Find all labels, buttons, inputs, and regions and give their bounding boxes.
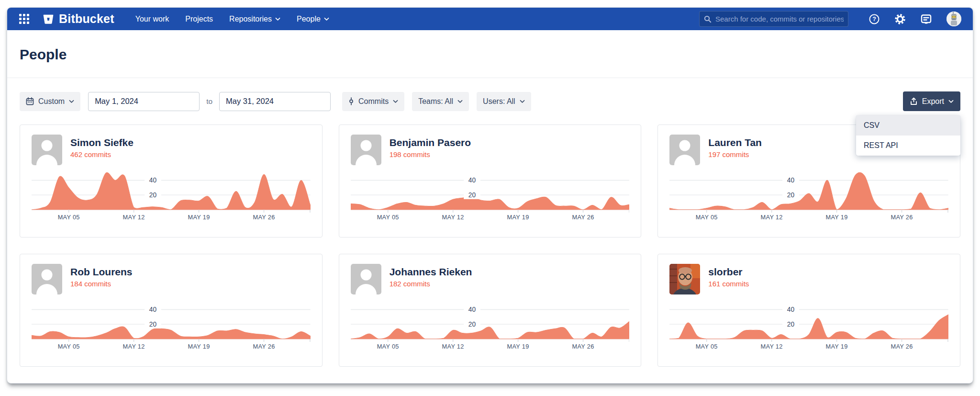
svg-text:40: 40 <box>468 306 476 313</box>
help-icon[interactable]: ? <box>869 13 880 25</box>
person-name: Benjamin Pasero <box>390 137 471 148</box>
people-cards-grid: Simon Siefke 462 commits 4020MAY 05MAY 1… <box>20 124 960 367</box>
svg-text:MAY 12: MAY 12 <box>442 214 464 221</box>
chevron-down-icon <box>324 17 329 21</box>
svg-text:MAY 26: MAY 26 <box>891 343 913 350</box>
svg-text:MAY 12: MAY 12 <box>761 343 783 350</box>
person-card-link[interactable]: Simon Siefke 462 commits <box>32 135 311 165</box>
svg-text:MAY 05: MAY 05 <box>696 343 718 350</box>
export-menu-item-csv[interactable]: CSV <box>856 115 960 136</box>
person-commit-count: 462 commits <box>70 150 134 158</box>
commit-activity-chart: 4020MAY 05MAY 12MAY 19MAY 26 <box>351 170 630 222</box>
person-name: slorber <box>708 266 749 278</box>
svg-text:20: 20 <box>149 321 157 328</box>
chevron-down-icon <box>275 17 280 21</box>
person-card: Benjamin Pasero 198 commits 4020MAY 05MA… <box>339 124 642 238</box>
user-avatar[interactable] <box>947 11 961 26</box>
svg-text:MAY 19: MAY 19 <box>188 343 210 350</box>
commit-activity-chart: 4020MAY 05MAY 12MAY 19MAY 26 <box>351 299 630 351</box>
svg-text:MAY 19: MAY 19 <box>507 343 529 350</box>
svg-text:MAY 26: MAY 26 <box>253 214 275 221</box>
svg-text:MAY 26: MAY 26 <box>253 343 275 350</box>
svg-text:MAY 19: MAY 19 <box>826 214 848 221</box>
person-commit-count: 197 commits <box>708 150 762 158</box>
nav-item-your-work[interactable]: Your work <box>135 15 169 23</box>
export-upload-icon <box>910 97 918 106</box>
person-commit-count: 161 commits <box>708 280 749 288</box>
chevron-down-icon <box>393 100 398 103</box>
users-filter-dropdown[interactable]: Users: All <box>477 92 531 111</box>
svg-text:MAY 05: MAY 05 <box>377 343 399 350</box>
date-to-input[interactable] <box>219 92 331 111</box>
nav-item-repositories[interactable]: Repositories <box>229 15 280 23</box>
feedback-icon[interactable] <box>920 13 932 25</box>
svg-text:40: 40 <box>787 177 795 184</box>
page-title: People <box>20 46 960 63</box>
person-avatar <box>32 135 62 165</box>
person-commit-count: 184 commits <box>70 280 133 288</box>
svg-text:20: 20 <box>149 192 157 199</box>
person-avatar <box>32 264 62 294</box>
person-card: Simon Siefke 462 commits 4020MAY 05MAY 1… <box>20 124 323 238</box>
person-card-link[interactable]: Rob Lourens 184 commits <box>32 264 311 294</box>
chevron-down-icon <box>948 100 954 103</box>
global-search[interactable] <box>699 11 848 27</box>
export-button[interactable]: Export <box>903 91 960 111</box>
teams-filter-dropdown[interactable]: Teams: All <box>412 92 469 111</box>
chevron-down-icon <box>520 100 525 103</box>
person-card-link[interactable]: slorber 161 commits <box>669 264 948 294</box>
svg-text:MAY 05: MAY 05 <box>377 214 399 221</box>
date-from-input[interactable] <box>88 92 200 111</box>
person-avatar <box>351 135 381 165</box>
svg-text:MAY 19: MAY 19 <box>507 214 529 221</box>
filter-bar: Custom to Commits <box>20 91 960 111</box>
svg-text:20: 20 <box>787 321 795 328</box>
commit-activity-chart: 4020MAY 05MAY 12MAY 19MAY 26 <box>32 170 311 222</box>
nav-item-projects[interactable]: Projects <box>185 15 213 23</box>
app-switcher-icon[interactable] <box>19 13 30 24</box>
svg-text:MAY 26: MAY 26 <box>572 214 594 221</box>
svg-text:?: ? <box>872 16 876 23</box>
svg-text:MAY 05: MAY 05 <box>58 343 80 350</box>
person-avatar <box>669 264 700 294</box>
calendar-icon <box>26 97 34 105</box>
person-card: slorber 161 commits 4020MAY 05MAY 12MAY … <box>657 254 960 367</box>
svg-text:20: 20 <box>468 192 476 199</box>
svg-text:MAY 05: MAY 05 <box>58 214 80 221</box>
person-commit-count: 182 commits <box>390 280 472 288</box>
brand-name: Bitbucket <box>59 12 114 26</box>
export-menu-item-rest-api[interactable]: REST API <box>856 136 960 156</box>
person-card: Johannes Rieken 182 commits 4020MAY 05MA… <box>339 254 642 367</box>
commit-activity-chart: 4020MAY 05MAY 12MAY 19MAY 26 <box>669 299 948 351</box>
bitbucket-bucket-icon <box>42 13 55 25</box>
svg-text:MAY 26: MAY 26 <box>891 214 913 221</box>
svg-text:20: 20 <box>787 192 795 199</box>
person-name: Rob Lourens <box>70 266 133 278</box>
svg-text:MAY 26: MAY 26 <box>572 343 594 350</box>
person-commit-count: 198 commits <box>390 150 471 158</box>
person-avatar <box>351 264 381 294</box>
svg-text:MAY 12: MAY 12 <box>761 214 783 221</box>
svg-text:MAY 05: MAY 05 <box>696 214 718 221</box>
person-card-link[interactable]: Johannes Rieken 182 commits <box>351 264 630 294</box>
date-range-to-label: to <box>206 97 212 106</box>
bitbucket-logo[interactable]: Bitbucket <box>42 12 114 26</box>
bitbucket-window: Bitbucket Your work Projects Repositorie… <box>7 7 973 384</box>
svg-text:MAY 12: MAY 12 <box>442 343 464 350</box>
top-nav: Bitbucket Your work Projects Repositorie… <box>7 8 973 30</box>
commit-icon <box>348 97 354 105</box>
svg-text:MAY 19: MAY 19 <box>826 343 848 350</box>
metric-dropdown[interactable]: Commits <box>342 92 404 111</box>
person-card-link[interactable]: Benjamin Pasero 198 commits <box>351 135 630 165</box>
settings-gear-icon[interactable] <box>894 13 906 25</box>
chevron-down-icon <box>457 100 463 103</box>
svg-text:40: 40 <box>149 177 157 184</box>
commit-activity-chart: 4020MAY 05MAY 12MAY 19MAY 26 <box>32 299 311 351</box>
nav-right-cluster: ? <box>699 11 961 27</box>
date-range-preset-dropdown[interactable]: Custom <box>20 92 80 111</box>
person-name: Johannes Rieken <box>390 266 472 278</box>
person-avatar <box>669 135 700 165</box>
nav-item-people[interactable]: People <box>297 15 329 23</box>
search-input[interactable] <box>715 15 844 23</box>
svg-text:MAY 12: MAY 12 <box>123 343 145 350</box>
